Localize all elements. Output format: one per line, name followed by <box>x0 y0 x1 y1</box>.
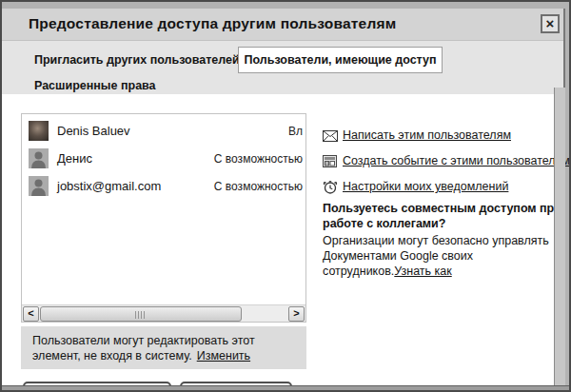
user-name: Denis Baluev <box>57 124 130 138</box>
access-note-box: Пользователи могут редактировать этот эл… <box>21 326 306 369</box>
promo-heading: Пользуетесь совместным доступом при рабо… <box>323 201 562 231</box>
dialog-titlebar: Предоставление доступа другим пользовате… <box>2 9 563 41</box>
calendar-icon <box>323 154 337 171</box>
create-event-label: Создать событие с этими пользователями <box>343 154 571 167</box>
user-avatar-icon <box>29 148 49 168</box>
scrollbar-thumb[interactable] <box>40 306 242 322</box>
close-button[interactable]: × <box>541 14 560 33</box>
user-avatar-icon <box>29 176 49 196</box>
tab-users-with-access[interactable]: Пользователи, имеющие доступ <box>238 47 443 73</box>
tab-advanced-permissions[interactable]: Расширенные права <box>34 79 156 92</box>
envelope-icon <box>323 128 338 146</box>
close-icon: × <box>546 15 555 31</box>
user-avatar-photo <box>29 121 49 141</box>
notification-settings-label: Настройки моих уведомлений <box>343 180 508 193</box>
horizontal-scrollbar[interactable]: < > <box>22 304 305 322</box>
share-dialog: Предоставление доступа другим пользовате… <box>2 9 565 385</box>
user-row[interactable]: Денис С возможностью <box>22 145 305 172</box>
page-bottom-edge <box>2 385 569 392</box>
user-list: Denis Baluev Вл Денис С возможностью job… <box>21 113 306 323</box>
page-right-gutter <box>554 88 565 385</box>
user-row[interactable]: jobstix@gmail.com С возможностью <box>22 172 305 200</box>
dialog-content: Denis Baluev Вл Денис С возможностью job… <box>2 94 554 385</box>
scrollbar-grip <box>135 311 147 319</box>
tab-strip: Пригласить других пользователей Пользова… <box>2 41 563 94</box>
user-role: Вл <box>288 125 303 138</box>
user-role: С возможностью <box>214 152 303 166</box>
dialog-title: Предоставление доступа другим пользовате… <box>29 15 396 32</box>
user-row[interactable]: Denis Baluev Вл <box>22 117 305 145</box>
user-name: jobstix@gmail.com <box>57 179 161 193</box>
user-name: Денис <box>57 151 92 166</box>
user-role: С возможностью <box>214 180 303 193</box>
email-users-label: Написать этим пользователям <box>343 128 511 142</box>
tab-invite-users[interactable]: Пригласить других пользователей <box>34 53 240 67</box>
scroll-left-arrow[interactable]: < <box>23 306 39 322</box>
promo-body: Организации могут безопасно управлять До… <box>323 233 551 279</box>
screenshot-page: Предоставление доступа другим пользовате… <box>0 0 571 392</box>
scroll-right-arrow[interactable]: > <box>288 306 305 322</box>
change-link[interactable]: Изменить <box>197 349 250 363</box>
alarm-clock-icon <box>323 180 338 198</box>
learn-how-link[interactable]: Узнать как <box>394 265 451 278</box>
